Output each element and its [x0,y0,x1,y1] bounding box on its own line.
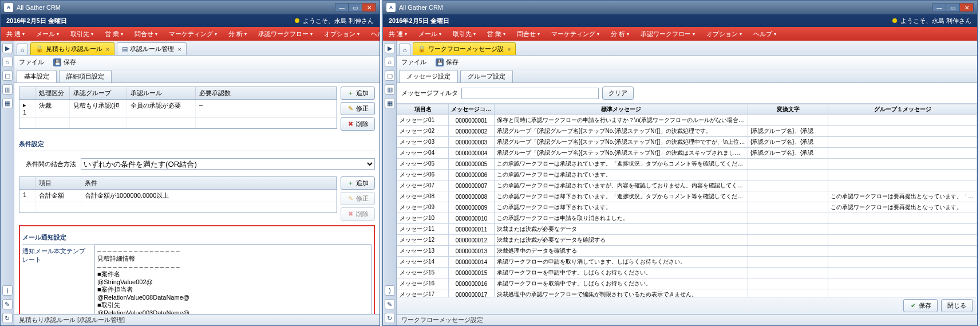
save-button[interactable]: ✔保存 [903,299,938,312]
menu-item[interactable]: 承認ワークフロー ▾ [635,27,701,41]
close-icon[interactable]: × [177,46,181,53]
col-count[interactable]: 必要承認数 [196,87,337,99]
max-btn[interactable]: ▭ [946,3,960,12]
rail-expand-icon[interactable]: ▶ [385,43,395,53]
col-group[interactable]: 承認グループ [70,87,127,99]
menu-item[interactable]: 承認ワークフロー ▾ [252,27,318,41]
rail-calendar-icon[interactable]: ▦ [385,98,395,108]
menu-item[interactable]: オプション ▾ [701,27,748,41]
table-row[interactable]: メッセージ040000000004承認グループ「{承認グループ名}[ステップNo… [397,148,977,159]
table-row[interactable]: メッセージ140000000014承認ワークフローの申請を取り消しています。しば… [397,257,977,268]
col-g1[interactable]: グループ１メッセージ [828,104,977,115]
close-button[interactable]: 閉じる [941,299,973,312]
col-std[interactable]: 標準メッセージ [495,104,748,115]
rail-close-icon[interactable]: ⟩ [385,285,395,296]
table-row[interactable]: メッセージ030000000003承認グループ「{承認グループ名}[ステップNo… [397,137,977,148]
table-row[interactable]: メッセージ150000000015承認ワークフローを申請中です。しばらくお待ちく… [397,268,977,278]
clear-button[interactable]: クリア [602,87,634,100]
menu-item[interactable]: 営 業 ▾ [99,27,129,41]
rail-date-icon[interactable]: ▥ [2,84,13,95]
subtab-message[interactable]: メッセージ設定 [399,70,458,83]
add-button[interactable]: ＋追加 [341,87,375,100]
app-icon: A [386,3,396,12]
col-rule[interactable]: 承認ルール [127,87,196,99]
menu-item[interactable]: メール ▾ [30,27,65,41]
table-row[interactable]: メッセージ070000000007この承認ワークフローは承認されていますが、内容… [397,180,977,191]
col-code[interactable]: メッセージコード [449,104,495,115]
rail-doc-icon[interactable]: ▢ [2,70,13,81]
table-row[interactable]: メッセージ010000000001保存と同時に承認ワークフローの申請を行いますか… [397,115,977,126]
grid-row[interactable]: ▸ 1 決裁 見積もり承認(担 全員の承認が必要 – [19,100,337,118]
rail-home-icon[interactable]: ⌂ [2,57,13,67]
subtab-group[interactable]: グループ設定 [460,70,513,83]
rail-calendar-icon[interactable]: ▦ [2,98,13,108]
menu-item[interactable]: ヘルプ ▾ [748,27,782,41]
cond-combine-select[interactable]: いずれかの条件を満たす(OR結合) [81,158,375,170]
file-menu[interactable]: ファイル [401,58,426,66]
col-proc[interactable]: 処理区分 [35,87,70,99]
save-icon: 💾 [436,58,444,66]
tab-approval-rule-mgmt[interactable]: ▤ 承認ルール管理 × [117,42,186,55]
menu-item[interactable]: マーケティング ▾ [546,27,605,41]
col-name[interactable]: 項目名 [397,104,449,115]
min-btn[interactable]: — [932,3,946,12]
subtab-basic[interactable]: 基本設定 [17,70,57,83]
menu-item[interactable]: 共 通 ▾ [383,27,413,41]
menu-item[interactable]: 問合せ ▾ [129,27,163,41]
col-item[interactable]: 項目 [35,177,81,189]
menu-item[interactable]: 取引先 ▾ [447,27,481,41]
close-btn[interactable]: ✕ [960,3,974,12]
menu-item[interactable]: 共 通 ▾ [1,27,30,41]
rail-date-icon[interactable]: ▥ [385,84,395,95]
col-var[interactable]: 変換文字 [748,104,828,115]
menu-item[interactable]: 取引先 ▾ [65,27,99,41]
table-row[interactable]: メッセージ050000000005この承認ワークフローは承認されています。「進捗… [397,159,977,170]
menu-item[interactable]: 分 析 ▾ [605,27,635,41]
min-btn[interactable]: — [335,3,349,12]
table-row[interactable]: メッセージ060000000006この承認ワークフローは承認されています。 [397,170,977,180]
cond-row[interactable]: 1 合計金額 合計金額が1000000.0000以上 [19,190,337,202]
delete-button[interactable]: ✖削除 [341,117,375,131]
table-row[interactable]: メッセージ100000000010この承認ワークフローは申請を取り消されました。 [397,213,977,224]
close-btn[interactable]: ✕ [362,3,376,12]
rail-tool-icon[interactable]: ✎ [2,299,13,309]
table-row[interactable]: メッセージ020000000002承認グループ「{承認グループ名}[ステップNo… [397,126,977,137]
home-tab-icon[interactable]: ⌂ [17,44,28,55]
rail-doc-icon[interactable]: ▢ [385,70,395,81]
close-icon[interactable]: × [106,46,109,53]
max-btn[interactable]: ▭ [349,3,362,12]
file-menu[interactable]: ファイル [19,58,44,66]
table-row[interactable]: メッセージ120000000012決裁または決裁が必要なデータを確認する [397,235,977,246]
close-icon[interactable]: × [507,46,511,53]
tab-workflow-message[interactable]: 🔒 ワークフローメッセージ設 × [413,42,516,55]
tab-estimate-approval[interactable]: 🔒 見積もり承認ルール × [30,42,114,55]
rail-expand-icon[interactable]: ▶ [2,43,13,53]
rail-tool-icon[interactable]: ✎ [385,299,395,309]
home-tab-icon[interactable]: ⌂ [399,44,410,55]
menu-item[interactable]: 分 析 ▾ [223,27,252,41]
save-button[interactable]: 💾 保存 [436,58,459,66]
table-row[interactable]: メッセージ080000000008この承認ワークフローは却下されています。「進捗… [397,191,977,202]
table-row[interactable]: メッセージ130000000013決裁処理中のデータを確認する [397,246,977,257]
template-textarea[interactable] [94,245,372,314]
menu-item[interactable]: 問合せ ▾ [511,27,546,41]
rail-close-icon[interactable]: ⟩ [2,285,13,296]
subtab-detail[interactable]: 詳細項目設定 [59,70,112,83]
menu-item[interactable]: マーケティング ▾ [163,27,223,41]
rail-home-icon[interactable]: ⌂ [385,57,395,67]
menu-item[interactable]: メール ▾ [413,27,447,41]
menu-item[interactable]: ヘルプ ▾ [365,27,380,41]
menu-item[interactable]: オプション ▾ [318,27,365,41]
table-row[interactable]: メッセージ110000000011決裁または決裁が必要なデータ [397,224,977,235]
add-button[interactable]: ＋追加 [341,176,375,190]
table-row[interactable]: メッセージ160000000016承認ワークフローを取消中です。しばらくお待ちく… [397,278,977,289]
rail-refresh-icon[interactable]: ↻ [2,313,13,323]
save-button[interactable]: 💾 保存 [53,58,76,66]
rail-refresh-icon[interactable]: ↻ [385,313,395,323]
menu-item[interactable]: 営 業 ▾ [481,27,511,41]
modify-button[interactable]: ✎修正 [341,102,375,115]
table-row[interactable]: メッセージ090000000009この承認ワークフローは却下されています。この承… [397,202,977,213]
col-cond[interactable]: 条件 [81,177,337,189]
filter-input[interactable] [461,88,599,99]
table-row[interactable]: メッセージ170000000017決裁処理中の承認ワークフローで編集が制限されて… [397,289,977,297]
